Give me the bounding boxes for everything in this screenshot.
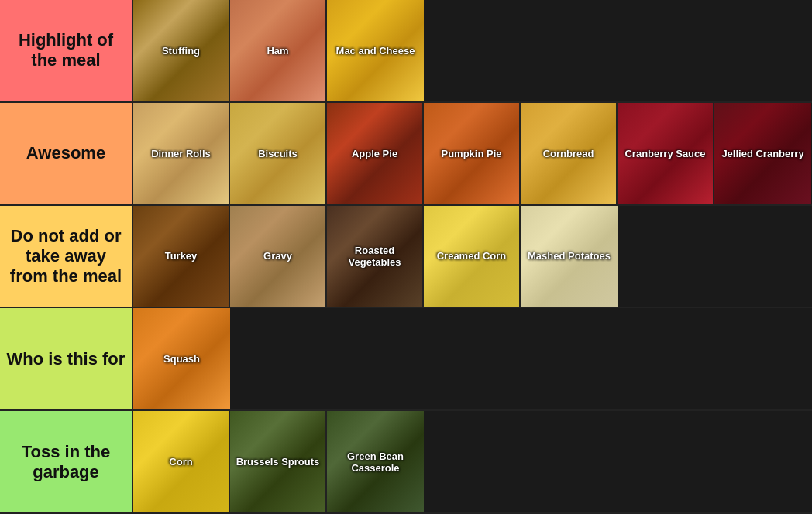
food-label-cornbread: Cornbread (521, 103, 616, 204)
tier-items-donotadd: TurkeyGravyRoasted VegetablesCreamed Cor… (133, 206, 812, 307)
food-item-squash[interactable]: Squash (133, 308, 230, 409)
food-label-green-bean-casserole: Green Bean Casserole (327, 411, 424, 512)
food-label-mashed-potatoes: Mashed Potatoes (521, 206, 618, 307)
tier-label-tossingarbage: Toss in the garbage (0, 411, 133, 512)
tier-row-highlight: Highlight of the mealStuffingHamMac and … (0, 0, 812, 103)
food-label-creamed-corn: Creamed Corn (424, 206, 519, 307)
food-label-apple-pie: Apple Pie (327, 103, 422, 204)
food-label-stuffing: Stuffing (133, 0, 229, 101)
food-item-creamed-corn[interactable]: Creamed Corn (424, 206, 521, 307)
food-item-pumpkin-pie[interactable]: Pumpkin Pie (424, 103, 521, 204)
food-item-mac-and-cheese[interactable]: Mac and Cheese (327, 0, 424, 101)
food-label-gravy: Gravy (230, 206, 325, 307)
food-label-pumpkin-pie: Pumpkin Pie (424, 103, 519, 204)
food-item-cranberry-sauce[interactable]: Cranberry Sauce (618, 103, 714, 204)
tier-row-donotadd: Do not add or take away from the mealTur… (0, 206, 812, 309)
tier-label-highlight: Highlight of the meal (0, 0, 133, 101)
tier-row-tossingarbage: Toss in the garbageCornBrussels SproutsG… (0, 411, 812, 514)
food-label-biscuits: Biscuits (230, 103, 325, 204)
tier-items-whoisforthis: Squash (133, 308, 812, 409)
tier-label-awesome: Awesome (0, 103, 133, 204)
food-label-dinner-rolls: Dinner Rolls (133, 103, 229, 204)
food-label-turkey: Turkey (133, 206, 229, 307)
food-label-roasted-vegetables: Roasted Vegetables (327, 206, 422, 307)
food-item-biscuits[interactable]: Biscuits (230, 103, 327, 204)
tier-list: Highlight of the mealStuffingHamMac and … (0, 0, 812, 514)
food-item-jellied-cranberry[interactable]: Jellied Cranberry (714, 103, 811, 204)
food-item-stuffing[interactable]: Stuffing (133, 0, 230, 101)
tier-items-awesome: Dinner RollsBiscuitsApple PiePumpkin Pie… (133, 103, 812, 204)
food-item-apple-pie[interactable]: Apple Pie (327, 103, 424, 204)
food-label-mac-and-cheese: Mac and Cheese (327, 0, 424, 101)
tier-items-highlight: StuffingHamMac and Cheese (133, 0, 812, 101)
food-item-turkey[interactable]: Turkey (133, 206, 230, 307)
food-label-brussels-sprouts: Brussels Sprouts (230, 411, 325, 512)
food-item-corn[interactable]: Corn (133, 411, 230, 512)
food-item-ham[interactable]: Ham (230, 0, 327, 101)
food-item-dinner-rolls[interactable]: Dinner Rolls (133, 103, 230, 204)
tier-items-tossingarbage: CornBrussels SproutsGreen Bean Casserole (133, 411, 812, 512)
food-label-corn: Corn (133, 411, 229, 512)
food-item-mashed-potatoes[interactable]: Mashed Potatoes (521, 206, 618, 307)
food-item-gravy[interactable]: Gravy (230, 206, 327, 307)
food-label-ham: Ham (230, 0, 325, 101)
food-item-cornbread[interactable]: Cornbread (521, 103, 618, 204)
tier-label-donotadd: Do not add or take away from the meal (0, 206, 133, 307)
food-label-jellied-cranberry: Jellied Cranberry (714, 103, 811, 204)
tier-label-whoisforthis: Who is this for (0, 308, 133, 409)
tier-row-whoisforthis: Who is this forSquash (0, 308, 812, 411)
food-item-roasted-vegetables[interactable]: Roasted Vegetables (327, 206, 424, 307)
food-item-brussels-sprouts[interactable]: Brussels Sprouts (230, 411, 327, 512)
tier-row-awesome: AwesomeDinner RollsBiscuitsApple PiePump… (0, 103, 812, 206)
food-label-cranberry-sauce: Cranberry Sauce (618, 103, 713, 204)
food-label-squash: Squash (133, 308, 230, 409)
food-item-green-bean-casserole[interactable]: Green Bean Casserole (327, 411, 424, 512)
